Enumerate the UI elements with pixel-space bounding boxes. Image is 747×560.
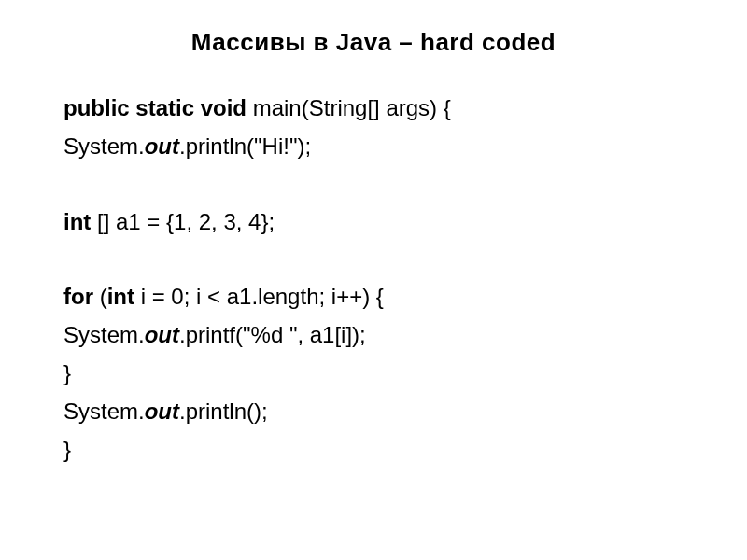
code-line-4: for (int i = 0; i < a1.length; i++) {: [63, 278, 691, 316]
blank-line: [63, 166, 691, 203]
code-text: System.: [63, 133, 145, 159]
code-text: }: [63, 360, 71, 385]
code-line-7: System.out.println();: [63, 393, 691, 431]
code-line-1: public static void main(String[] args) {: [63, 90, 691, 128]
keyword-public-static-void: public static void: [63, 95, 247, 120]
page-title: Массивы в Java – hard coded: [56, 28, 691, 57]
code-text: [] a1 = {1, 2, 3, 4};: [91, 209, 275, 234]
code-text: .println("Hi!");: [179, 133, 311, 159]
code-block: public static void main(String[] args) {…: [56, 90, 691, 469]
keyword-out: out: [145, 399, 179, 424]
code-text: System.: [63, 322, 145, 347]
keyword-for: for: [63, 284, 93, 309]
code-line-5: System.out.printf("%d ", a1[i]);: [63, 316, 691, 355]
keyword-out: out: [145, 322, 179, 347]
code-text: .println();: [179, 399, 268, 424]
code-text: }: [63, 437, 71, 462]
code-line-6: }: [63, 355, 691, 393]
code-line-8: }: [63, 431, 691, 469]
keyword-out: out: [145, 133, 179, 159]
keyword-int: int: [63, 209, 91, 234]
code-text: (: [93, 284, 107, 309]
code-text: i = 0; i < a1.length; i++) {: [134, 284, 384, 309]
code-text: main(String[] args) {: [247, 95, 451, 120]
code-text: .printf("%d ", a1[i]);: [179, 322, 366, 347]
keyword-int: int: [107, 284, 134, 309]
code-text: System.: [63, 399, 145, 424]
code-line-2: System.out.println("Hi!");: [63, 128, 691, 166]
blank-line: [63, 241, 691, 278]
code-line-3: int [] a1 = {1, 2, 3, 4};: [63, 203, 691, 242]
